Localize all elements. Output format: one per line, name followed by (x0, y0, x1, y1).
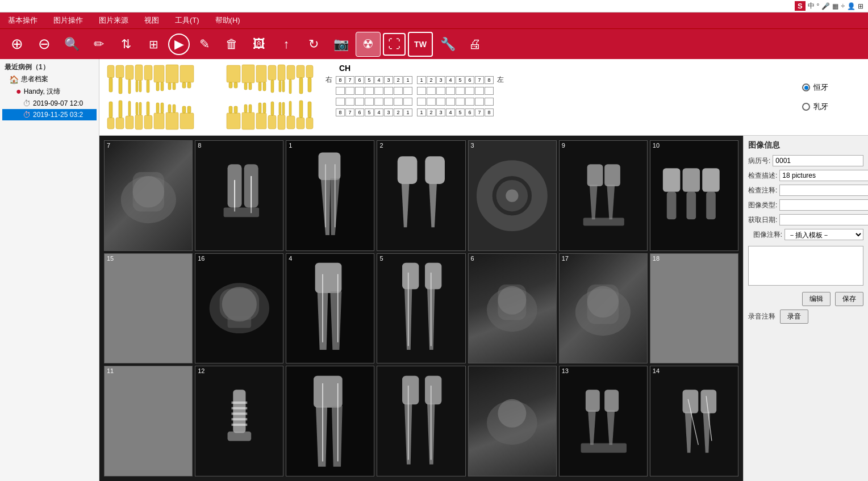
draw-button[interactable]: ✏ (86, 32, 111, 57)
image-thumb-10[interactable]: 10 (650, 140, 738, 251)
input-exam-note[interactable] (779, 185, 868, 196)
note-textarea[interactable] (748, 246, 863, 286)
image-thumb-12[interactable]: 12 (195, 366, 283, 476)
sidebar-item-visit1[interactable]: ⏱ 2019-09-07 12:0 (2, 98, 97, 109)
sort-button[interactable]: ⇅ (114, 32, 139, 57)
image-thumb-17[interactable]: 17 (559, 253, 648, 364)
image-thumb-1[interactable]: 1 (286, 140, 374, 251)
checkbox-cell[interactable] (485, 98, 494, 106)
image-thumb-5[interactable]: 5 (377, 253, 465, 364)
checkbox-cell[interactable] (374, 98, 383, 106)
checkbox-cell[interactable] (345, 87, 354, 95)
tool2-button[interactable]: 🔧 (435, 32, 460, 57)
menu-tools[interactable]: 工具(T) (172, 14, 203, 27)
menu-image-ops[interactable]: 图片操作 (50, 14, 86, 27)
select-image-note[interactable]: －插入模板－ (784, 229, 863, 240)
edit-button[interactable]: ✎ (192, 32, 217, 57)
save-button-info[interactable]: 保存 (835, 292, 863, 306)
lower-right-boxes[interactable] (336, 98, 412, 106)
share-button[interactable]: ↑ (274, 32, 299, 57)
checkbox-cell[interactable] (336, 87, 345, 95)
delete-button[interactable]: ⊖ (32, 32, 57, 57)
menu-help[interactable]: 帮助(H) (212, 14, 244, 27)
checkbox-cell[interactable] (365, 87, 374, 95)
checkbox-cell[interactable] (485, 87, 494, 95)
checkbox-cell[interactable] (465, 98, 474, 106)
image-thumb-18[interactable]: 18 (650, 253, 738, 364)
menu-image-source[interactable]: 图片来源 (95, 14, 132, 27)
checkbox-cell[interactable] (345, 98, 354, 106)
image-thumb-8[interactable]: 8 (195, 140, 283, 251)
lower-left-boxes[interactable] (417, 98, 494, 106)
image-thumb-7[interactable]: 7 (104, 140, 193, 251)
image-thumb-11[interactable]: 11 (104, 366, 193, 476)
menu-view[interactable]: 视图 (141, 14, 162, 27)
camera-button[interactable]: 📷 (328, 32, 353, 57)
image-thumb-3[interactable]: 3 (468, 140, 557, 251)
sidebar-item-patient[interactable]: ● Handy, 汉缔 (2, 85, 97, 98)
checkbox-cell[interactable] (436, 98, 445, 106)
image-thumb-4[interactable]: 4 (286, 253, 374, 364)
checkbox-cell[interactable] (465, 87, 474, 95)
checkbox-cell[interactable] (365, 98, 374, 106)
print-button[interactable]: 🖨 (462, 32, 487, 57)
checkbox-cell[interactable] (446, 87, 455, 95)
xray-button[interactable]: ☢ (356, 32, 381, 57)
checkbox-cell[interactable] (374, 87, 383, 95)
zoom-button[interactable]: 🔍 (59, 32, 84, 57)
checkbox-cell[interactable] (403, 98, 412, 106)
trash-button[interactable]: 🗑 (219, 32, 244, 57)
sidebar-item-visit2[interactable]: ⏱ 2019-11-25 03:2 (2, 109, 97, 120)
upper-left-boxes[interactable] (417, 87, 494, 95)
group-button[interactable]: ⊞ (141, 32, 166, 57)
checkbox-cell[interactable] (446, 98, 455, 106)
upper-right-boxes[interactable] (336, 87, 412, 95)
image-thumb-row3-3[interactable] (286, 366, 374, 476)
checkbox-cell[interactable] (355, 98, 364, 106)
checkbox-cell[interactable] (403, 87, 412, 95)
image-thumb-row3-5[interactable] (468, 366, 557, 476)
option-baby[interactable]: 乳牙 (802, 102, 861, 112)
checkbox-cell[interactable] (394, 98, 403, 106)
checkbox-cell[interactable] (417, 98, 426, 106)
svg-rect-18 (128, 80, 131, 94)
radio-permanent[interactable] (802, 83, 810, 91)
checkbox-cell[interactable] (436, 87, 445, 95)
image-thumb-14[interactable]: 14 (650, 366, 738, 476)
checkbox-cell[interactable] (475, 98, 484, 106)
input-image-type[interactable] (779, 199, 868, 211)
checkbox-cell[interactable] (384, 87, 393, 95)
refresh-button[interactable]: ↻ (301, 32, 326, 57)
checkbox-cell[interactable] (456, 98, 465, 106)
menu-basic-ops[interactable]: 基本操作 (5, 14, 41, 27)
checkbox-cell[interactable] (456, 87, 465, 95)
image-thumb-row3-4[interactable] (377, 366, 465, 476)
checkbox-cell[interactable] (336, 98, 345, 106)
image-button[interactable]: 🖼 (247, 32, 272, 57)
image-thumb-15[interactable]: 15 (104, 253, 193, 364)
option-permanent[interactable]: 恒牙 (802, 82, 861, 93)
checkbox-cell[interactable] (427, 98, 436, 106)
tw-button[interactable]: TW (408, 32, 433, 57)
checkbox-cell[interactable] (355, 87, 364, 95)
add-button[interactable]: ⊕ (5, 32, 30, 57)
image-thumb-2[interactable]: 2 (377, 140, 465, 251)
checkbox-cell[interactable] (427, 87, 436, 95)
play-button[interactable]: ▶ (168, 34, 190, 55)
edit-button-info[interactable]: 编辑 (802, 292, 831, 306)
sidebar-item-patient-records[interactable]: 🏠 患者档案 (2, 73, 97, 85)
input-acquire-date[interactable] (779, 214, 868, 225)
record-button[interactable]: 录音 (780, 309, 808, 324)
image-thumb-13[interactable]: 13 (559, 366, 648, 476)
checkbox-cell[interactable] (384, 98, 393, 106)
image-thumb-6[interactable]: 6 (468, 253, 557, 364)
radio-baby[interactable] (802, 103, 810, 111)
image-thumb-9[interactable]: 9 (559, 140, 648, 251)
checkbox-cell[interactable] (417, 87, 426, 95)
input-exam-desc[interactable] (779, 170, 868, 181)
checkbox-cell[interactable] (394, 87, 403, 95)
input-record-number[interactable] (773, 155, 863, 166)
checkbox-cell[interactable] (475, 87, 484, 95)
fullscreen-button[interactable]: ⛶ (383, 33, 406, 56)
image-thumb-16[interactable]: 16 (195, 253, 283, 364)
